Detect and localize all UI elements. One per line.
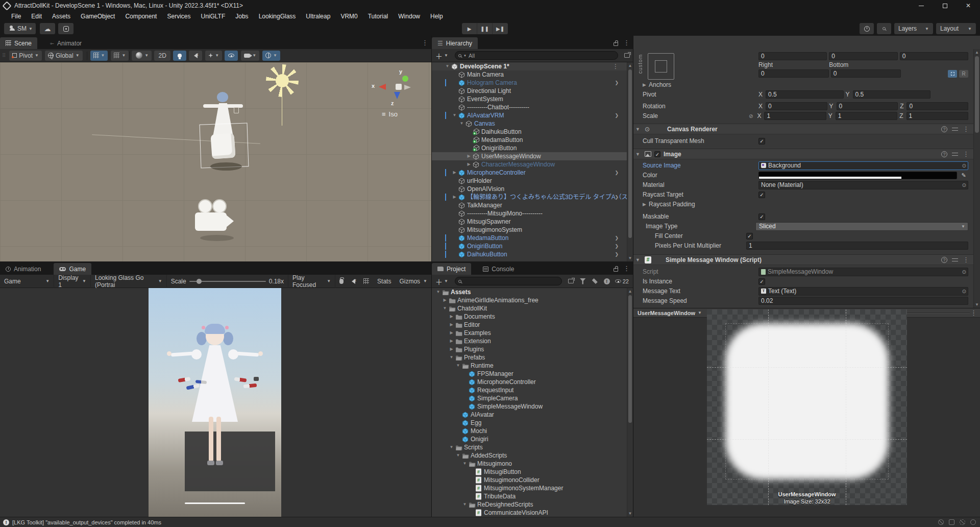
hierarchy-row[interactable]: MedamaButton xyxy=(432,136,627,144)
axis-gizmo-z-handle[interactable] xyxy=(394,92,400,99)
status-bar[interactable]: ! [LKG Toolkit] "available_output_device… xyxy=(0,517,980,527)
hierarchy-row[interactable]: OnigiriButton xyxy=(432,144,627,152)
tab-animation[interactable]: Animation xyxy=(0,263,46,275)
expander-icon[interactable]: ▶ xyxy=(448,329,455,337)
scale-x-field[interactable]: 1 xyxy=(764,112,826,120)
layers-dropdown[interactable]: Layers ▼ xyxy=(894,23,933,34)
rotation-y-field[interactable]: 0 xyxy=(837,102,898,110)
iso-mode-label[interactable]: ≡ Iso xyxy=(382,110,398,118)
cloud-button[interactable]: ☁ xyxy=(40,23,55,34)
project-row[interactable]: ▶Editor xyxy=(432,321,627,329)
hierarchy-row[interactable]: ----------Chatbot---------- xyxy=(432,103,627,111)
shading-mode-dropdown[interactable]: ▼ xyxy=(133,51,152,61)
object-picker-icon[interactable]: ⊙ xyxy=(962,269,966,275)
foldout-arrow-icon[interactable]: ▶ xyxy=(643,202,649,207)
unlock-icon[interactable] xyxy=(614,42,618,46)
expander-icon[interactable]: ▼ xyxy=(455,362,461,370)
pos-z-field[interactable]: 0 xyxy=(900,52,968,60)
menu-help[interactable]: Help xyxy=(425,12,448,21)
expander-icon[interactable]: ▼ xyxy=(451,111,458,119)
game-display-mode-dropdown[interactable]: Game ▼ xyxy=(0,275,54,288)
foldout-arrow-icon[interactable]: ▼ xyxy=(635,152,642,157)
axis-gizmo-back-handle[interactable] xyxy=(404,85,411,90)
hierarchy-search-input[interactable]: ▼ All xyxy=(455,51,618,60)
project-row[interactable]: RequestInput xyxy=(432,386,627,394)
tab-project[interactable]: Project xyxy=(432,263,471,275)
expander-icon[interactable]: ▼ xyxy=(444,62,451,70)
hierarchy-row[interactable]: ▼AIAvatarVRM❯ xyxy=(432,111,627,119)
project-row[interactable]: #MitsugimonoCollider xyxy=(432,476,627,484)
scene-effects-dropdown[interactable]: ▼ xyxy=(205,51,222,61)
layout-grid-icon[interactable] xyxy=(949,519,954,525)
visible-count[interactable]: 22 xyxy=(615,278,629,284)
axis-gizmo-x-handle[interactable] xyxy=(379,84,386,90)
warning-filter-icon[interactable]: ! xyxy=(604,278,610,284)
kebab-menu-icon[interactable]: ⋮ xyxy=(623,265,630,272)
project-row[interactable]: ▶Extension xyxy=(432,337,627,345)
message-speed-field[interactable]: 0.02 xyxy=(758,297,968,305)
menu-file[interactable]: File xyxy=(6,12,26,21)
foldout-arrow-icon[interactable]: ▼ xyxy=(635,257,642,262)
expander-icon[interactable]: ▶ xyxy=(442,296,448,304)
menu-assets[interactable]: Assets xyxy=(47,12,76,21)
pos-left-field[interactable]: 0 xyxy=(758,52,827,60)
kebab-menu-icon[interactable]: ⋮ xyxy=(963,256,969,264)
expander-icon[interactable]: ▶ xyxy=(451,169,458,177)
project-row[interactable]: ▼Runtime xyxy=(432,362,627,370)
game-viewport[interactable] xyxy=(0,288,431,517)
scene-viewport[interactable]: x y z ≡ Iso xyxy=(0,62,431,261)
display-dropdown[interactable]: Display 1 ▼ xyxy=(54,275,91,288)
hierarchy-add-dropdown[interactable]: ＋▼ xyxy=(432,51,452,61)
project-row[interactable]: #TributeData xyxy=(432,492,627,500)
frame-debugger-button[interactable] xyxy=(335,275,348,288)
hierarchy-row[interactable]: MitsugiSpawner xyxy=(432,218,627,226)
rotation-x-field[interactable]: 0 xyxy=(766,102,827,110)
image-type-dropdown[interactable]: Sliced ▼ xyxy=(755,222,968,231)
activity-icon[interactable] xyxy=(970,519,976,525)
tab-game[interactable]: Game xyxy=(54,263,91,275)
project-row[interactable]: ▼ChatdollKit xyxy=(432,304,627,313)
gizmos-dropdown[interactable]: ▼ xyxy=(262,51,280,61)
eyedropper-icon[interactable]: ✎ xyxy=(959,172,968,179)
hierarchy-row[interactable]: ▶【輪郭線あり】つくよみちゃん公式3Dモデル タイプA（スパッツ❯ xyxy=(432,193,627,201)
scale-y-field[interactable]: 1 xyxy=(836,112,897,120)
step-button[interactable]: ▶❚ xyxy=(493,23,508,34)
expander-icon[interactable]: ▼ xyxy=(461,500,468,509)
kebab-menu-icon[interactable]: ⋮ xyxy=(422,39,428,46)
project-row[interactable]: Onigiri xyxy=(432,435,627,443)
global-dropdown[interactable]: Global ▼ xyxy=(45,51,83,61)
scroll-up-icon[interactable]: ▲ xyxy=(974,50,980,55)
chevron-right-icon[interactable]: ❯ xyxy=(615,234,619,242)
menu-tutorial[interactable]: Tutorial xyxy=(363,12,394,21)
simple-message-window-header[interactable]: ▼ # Simple Message Window (Script) ? ⋮ xyxy=(633,254,973,265)
expander-icon[interactable]: ▼ xyxy=(448,353,455,362)
expander-icon[interactable]: ▶ xyxy=(451,193,458,201)
scroll-down-icon[interactable]: ▼ xyxy=(627,256,633,260)
project-row[interactable]: ▼Assets xyxy=(432,288,627,296)
expander-icon[interactable]: ▶ xyxy=(465,160,472,169)
menu-services[interactable]: Services xyxy=(162,12,195,21)
hierarchy-row[interactable]: EventSystem xyxy=(432,95,627,103)
hierarchy-row[interactable]: Main Camera xyxy=(432,70,627,79)
project-row[interactable]: ▼AddedScripts xyxy=(432,451,627,460)
scale-slider-knob[interactable] xyxy=(197,279,202,284)
blueprint-mode-button[interactable] xyxy=(948,70,957,78)
search-by-type-icon[interactable] xyxy=(580,278,586,284)
project-search-input[interactable] xyxy=(455,277,562,285)
hierarchy-row[interactable]: OnigiriButton❯ xyxy=(432,242,627,250)
kebab-menu-icon[interactable]: ⋮ xyxy=(623,39,630,46)
tab-hierarchy[interactable]: ☰ Hierarchy xyxy=(432,37,478,49)
raycast-padding-label[interactable]: Raycast Padding xyxy=(649,201,758,208)
hierarchy-row[interactable]: ▶MicrophoneController❯ xyxy=(432,169,627,177)
menu-lookingglass[interactable]: LookingGlass xyxy=(254,12,301,21)
image-enabled-checkbox[interactable]: ✓ xyxy=(654,151,660,157)
pivot-x-field[interactable]: 0.5 xyxy=(766,90,843,99)
fill-center-checkbox[interactable]: ✓ xyxy=(746,233,753,239)
play-button[interactable]: ▶ xyxy=(462,23,477,34)
project-row[interactable]: #CommunicateVisionAPI xyxy=(432,509,627,517)
scene-audio-toggle[interactable]: ✕ xyxy=(189,51,202,61)
expander-icon[interactable]: ▶ xyxy=(465,152,472,160)
project-row[interactable]: AIAvatar xyxy=(432,411,627,419)
vsync-button[interactable] xyxy=(359,275,373,288)
search-button[interactable] xyxy=(877,23,891,34)
